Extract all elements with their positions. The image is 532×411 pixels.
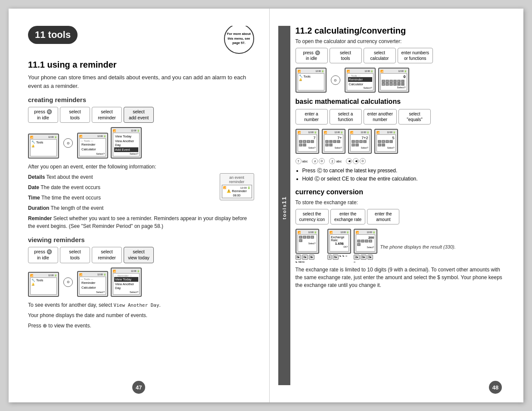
left-page: For more about this menu, see page 57. 1…	[9, 9, 270, 402]
view-step-1: press 🔘in idle	[28, 247, 58, 263]
create-step-1: press 🔘in idle	[28, 107, 58, 123]
create-step-3: selectreminder	[92, 107, 122, 123]
chapter-header-right: 11.2 calculating/converting	[296, 26, 504, 36]
right-content: 11.2 calculating/converting To open the …	[296, 26, 504, 385]
view-phone-1: 📶12:00 🔋 🔧Tools 🔔	[28, 272, 59, 297]
open-phone-2: 📶12:00 🔋 — Tools — Reminder Calculator S…	[345, 68, 376, 93]
math-phones-row: 📶12:00 🔋 7 789÷C← Select? 📶12:00 🔋 7+	[296, 129, 504, 154]
for-more-badge: For more about this menu, see page 57.	[224, 26, 254, 54]
math-step-2: select afunction	[330, 109, 362, 125]
duration-row: Duration The length of the event	[28, 204, 254, 212]
view-menu-circle-icon: ⊙	[63, 277, 73, 287]
open-step-1: press 🔘in idle	[296, 48, 328, 63]
page-number-left: 47	[132, 381, 145, 394]
bullet-list: Press Ⓒ to cancel the latest key pressed…	[302, 167, 504, 183]
math-phone-1: 📶12:00 🔋 7 789÷C← Select?	[296, 129, 319, 154]
right-tab: 11 tools	[278, 26, 290, 385]
chapter-header: 11 tools	[28, 26, 78, 44]
bullet-1: Press Ⓒ to cancel the latest key pressed…	[302, 167, 504, 175]
view-phones-row: 📶12:00 🔋 🔧Tools 🔔 ⊙ 📶12:00 🔋 — Tools — R…	[28, 268, 254, 297]
basic-math-title: basic mathematical calculations	[296, 98, 504, 106]
math-phone-3: 📶12:00 🔋 7+2 789+C← Select?	[348, 129, 372, 154]
math-steps-row: enter anumber select afunction enter ano…	[296, 109, 504, 125]
currency-phone-3: 📶12:00 🔋 200 123$C Select?	[354, 229, 377, 254]
open-steps-row: press 🔘in idle selecttools selectcalcula…	[296, 48, 504, 63]
open-phone-1: 📶12:00 🔋 🔧Tools 🔔	[296, 68, 327, 93]
viewing-reminders-title: viewing reminders	[28, 236, 254, 243]
creating-reminders-title: creating reminders	[28, 96, 254, 103]
phone-screen-2: 📶12:00 🔋 — Tools — Reminder Calculator S…	[77, 133, 108, 159]
create-steps-row: press 🔘in idle selecttools selectreminde…	[28, 107, 254, 123]
math-step-3: enter anothernumber	[364, 109, 397, 125]
currency-phone-1: 📶12:00 🔋 123$C Select?	[296, 229, 319, 254]
open-step-2: selecttools	[330, 48, 362, 63]
section-1-title: 11.1 using a reminder	[28, 60, 254, 70]
view-text3: Press ⊕ to view the events.	[28, 322, 254, 330]
currency-title: currency conversion	[296, 188, 504, 196]
currency-steps-row: select thecurrency icon enter theexchang…	[296, 209, 504, 224]
open-phone-3: 📶12:00 🔋 0 789 ÷C← 456 × Select?	[378, 68, 409, 93]
reminder-row: Reminder Select whether you want to see …	[28, 215, 254, 230]
currency-step-2: enter theexchange rate	[330, 209, 365, 224]
open-step-3: selectcalculator	[364, 48, 396, 63]
open-step-4: enter numbersor functions	[398, 48, 433, 63]
view-text1: To see events for another day, select Vi…	[28, 301, 254, 309]
create-phones-row: 📶12:00 🔋 🔧Tools 🔔 ⊙ 📶12:00 🔋	[28, 127, 254, 159]
currency-sub: To store the exchange rate:	[296, 199, 504, 206]
view-step-2: selecttools	[60, 247, 90, 263]
view-step-4: selectview today	[124, 247, 154, 263]
currency-step-3: enter theamount	[367, 209, 399, 224]
menu-circle-icon: ⊙	[63, 138, 73, 148]
create-step-4: selectadd event	[124, 107, 154, 123]
currency-italic: The phone displays the result (330).	[380, 244, 456, 249]
page-number-right: 48	[489, 381, 502, 394]
open-circle-icon: ⊙	[331, 75, 340, 85]
view-steps-row: press 🔘in idle selecttools selectreminde…	[28, 247, 254, 263]
math-step-4: select"equals"	[398, 109, 431, 125]
view-phone-2: 📶12:00 🔋 — Tools — Reminder Calculator S…	[77, 271, 108, 297]
currency-phone-2: 📶12:00 🔋 Exchange Rate: 1.65$ OK?	[327, 229, 351, 254]
currency-text: The exchange rate is limited to 10 digit…	[296, 266, 504, 289]
currency-step-1: select thecurrency icon	[296, 209, 329, 224]
right-page: 11 tools 11.2 calculating/converting To …	[270, 9, 524, 402]
math-step-1: enter anumber	[296, 109, 328, 125]
open-text: To open the calculator and currency conv…	[296, 38, 504, 44]
open-phones-row: 📶12:00 🔋 🔧Tools 🔔 ⊙ 📶12:00 🔋 — Tools — R…	[296, 68, 504, 93]
section-1-intro: Your phone can store times and details a…	[28, 73, 254, 90]
view-step-3: selectreminder	[92, 247, 122, 263]
view-text2: Your phone displays the date and number …	[28, 311, 254, 319]
bullet-2: Hold Ⓒ or select CE to clear the entire …	[302, 175, 504, 183]
event-info-text: After you open an event, enter the follo…	[28, 163, 254, 171]
math-phone-2: 📶12:00 🔋 7+ 7-×÷C← Select?	[322, 129, 345, 154]
math-phone-4: 📶12:00 🔋 5 789=C← Select?	[374, 129, 398, 154]
create-step-2: selecttools	[60, 107, 90, 123]
phone-screen-1: 📶12:00 🔋 🔧Tools 🔔	[28, 134, 59, 159]
phone-screen-3: 📶12:00 🔋 View Today View Another Day Add…	[111, 127, 142, 159]
reminder-float: an event reminder 📶12:00 🔋 ⚠️ Reminder 0…	[220, 173, 254, 200]
view-phone-3: 📶12:00 🔋 — Reminder — View Today View An…	[111, 268, 142, 297]
